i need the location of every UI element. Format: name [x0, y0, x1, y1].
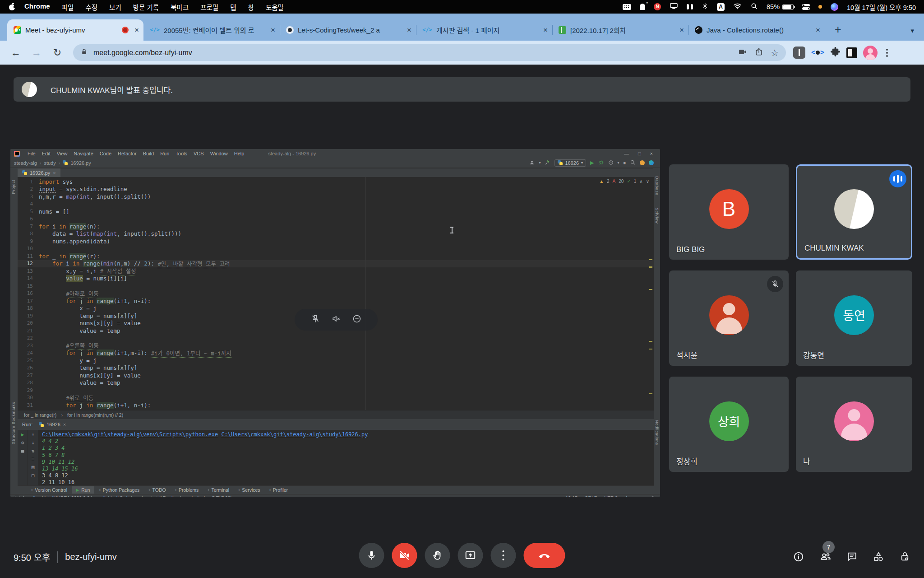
- console-path-link[interactable]: C:\Users\cmkxak\git\steady-alg\study\169…: [221, 431, 368, 438]
- tab-close-icon[interactable]: ×: [134, 26, 139, 34]
- input-source-icon[interactable]: A: [717, 3, 725, 11]
- stop-icon[interactable]: ■: [624, 161, 626, 165]
- end-call-button[interactable]: [524, 543, 565, 568]
- present-button[interactable]: [458, 543, 483, 568]
- ide-menu-code[interactable]: Code: [97, 151, 115, 156]
- tool-tab-python-packages[interactable]: Python Packages: [94, 486, 144, 494]
- camera-off-button[interactable]: [392, 543, 417, 568]
- site-lock-icon[interactable]: [80, 48, 88, 57]
- ide-menu-file[interactable]: File: [24, 151, 39, 156]
- menubar-item-6[interactable]: 프로필: [194, 2, 224, 12]
- tool-tab-problems[interactable]: Problems: [171, 486, 203, 494]
- run-icon[interactable]: ▶: [590, 160, 594, 166]
- ide-menu-window[interactable]: Window: [207, 151, 231, 156]
- n-badge-icon[interactable]: N: [654, 3, 661, 10]
- context-crumb-0[interactable]: for _ in range(r): [24, 412, 56, 418]
- airplay-icon[interactable]: [670, 2, 678, 12]
- more-options-button[interactable]: [491, 543, 516, 568]
- file-tab-16926[interactable]: 16926.py×: [18, 168, 60, 177]
- tab-close-icon[interactable]: ×: [679, 26, 684, 34]
- status-item[interactable]: CRLF: [585, 495, 597, 497]
- share-icon[interactable]: [754, 47, 763, 58]
- browser-tab-3[interactable]: </>게시판 검색 - 1 페이지×: [416, 19, 552, 41]
- menubar-item-0[interactable]: Chrome: [18, 2, 56, 12]
- toolwindow-sciview-label[interactable]: SciView: [655, 208, 659, 224]
- run-console[interactable]: ▶⚙■ ↑↓⇅≡▤▢ C:\Users\cmkxak\git\steady-al…: [18, 430, 654, 485]
- code-editor[interactable]: 1import sys2input = sys.stdin.readline3n…: [18, 177, 654, 410]
- update-icon[interactable]: [640, 160, 645, 165]
- ide-status-message[interactable]: Localized IntelliJ IDEA 2022.2.2 is avai…: [23, 494, 232, 497]
- readonly-lock-icon[interactable]: [651, 495, 656, 497]
- control-center-icon[interactable]: [802, 4, 810, 10]
- search-everywhere-icon[interactable]: [630, 159, 636, 166]
- tool-tab-profiler[interactable]: Profiler: [265, 486, 292, 494]
- chrome-menu-icon[interactable]: [883, 49, 891, 57]
- tab-close-icon[interactable]: ×: [407, 26, 411, 34]
- activities-button[interactable]: [873, 551, 884, 563]
- expand-chevron-icon[interactable]: ∨: [646, 179, 649, 184]
- menubar-datetime[interactable]: 10월 17일 (월) 오후 9:50: [847, 2, 916, 12]
- tool-tab-version-control[interactable]: Version Control: [27, 486, 72, 494]
- browser-tab-1[interactable]: </>20055번: 컨베이어 벨트 위의 로×: [143, 19, 280, 41]
- status-item[interactable]: 12:17: [566, 495, 578, 497]
- console-view-icon[interactable]: ▤: [32, 464, 35, 470]
- console-run-actions[interactable]: ▶⚙■: [18, 430, 28, 485]
- new-tab-button[interactable]: +: [835, 23, 841, 36]
- ide-menu-navigate[interactable]: Navigate: [70, 151, 96, 156]
- context-crumb-1[interactable]: for i in range(min(n,m) // 2): [67, 412, 123, 418]
- browser-tab-2[interactable]: Let-s-CodingTest/week_2 a×: [280, 19, 416, 41]
- console-action-icon[interactable]: ⚙: [21, 440, 24, 446]
- console-view-icon[interactable]: ↓: [32, 440, 35, 446]
- tab-close-icon[interactable]: ×: [271, 26, 275, 34]
- browser-tab-4[interactable]: [2022.10.17] 2회차×: [552, 19, 688, 41]
- spotlight-icon[interactable]: [750, 2, 758, 11]
- menubar-item-7[interactable]: 탭: [224, 2, 242, 12]
- participant-tile-1[interactable]: CHULMIN KWAK: [796, 164, 912, 260]
- meeting-details-button[interactable]: [793, 551, 804, 563]
- toolwindow-notifications-label[interactable]: Notifications: [655, 420, 659, 445]
- siri-icon[interactable]: [831, 3, 838, 11]
- toolwindow-database-label[interactable]: Database: [655, 176, 659, 196]
- status-item[interactable]: UTF-8: [604, 495, 618, 497]
- mic-button[interactable]: [359, 543, 384, 568]
- participant-tile-4[interactable]: 상희정상희: [669, 377, 789, 472]
- participant-tile-0[interactable]: BBIG BIG: [669, 164, 789, 260]
- camera-in-use-icon[interactable]: [738, 47, 747, 58]
- ide-menu-vcs[interactable]: VCS: [190, 151, 207, 156]
- menubar-item-5[interactable]: 북마크: [165, 2, 194, 12]
- apple-logo-icon[interactable]: [9, 3, 15, 10]
- console-path-link[interactable]: C:\Users\cmkxak\git\steady-alg\venv\Scri…: [42, 431, 218, 438]
- close-icon[interactable]: ×: [650, 151, 653, 156]
- console-output[interactable]: C:\Users\cmkxak\git\steady-alg\venv\Scri…: [38, 430, 654, 485]
- remove-tile-icon[interactable]: [352, 314, 362, 326]
- back-button[interactable]: ←: [6, 47, 25, 59]
- shared-screen-presentation[interactable]: FileEditViewNavigateCodeRefactorBuildRun…: [10, 149, 660, 497]
- omnibox[interactable]: meet.google.com/bez-ufyi-umv ☆: [73, 44, 786, 61]
- console-action-icon[interactable]: ■: [21, 448, 24, 454]
- console-action-icon[interactable]: ▶: [21, 432, 24, 438]
- toolwindow-toggle-icon[interactable]: [15, 496, 19, 497]
- host-controls-button[interactable]: [899, 551, 910, 562]
- tool-tab-services[interactable]: Services: [234, 486, 264, 494]
- collapse-chevron-icon[interactable]: ∧: [639, 179, 642, 184]
- profiler-icon[interactable]: [608, 160, 614, 166]
- status-item[interactable]: 4 spaces: [625, 495, 644, 497]
- toolwindow-project-label[interactable]: Project: [11, 180, 16, 194]
- console-view-icon[interactable]: ≡: [32, 456, 35, 462]
- vcs-user-icon[interactable]: [529, 160, 535, 166]
- airpods-icon[interactable]: [687, 4, 693, 10]
- bookmark-star-icon[interactable]: ☆: [771, 48, 779, 57]
- tab-close-icon[interactable]: ×: [543, 26, 548, 34]
- ide-menu-help[interactable]: Help: [231, 151, 248, 156]
- browser-tab-0[interactable]: Meet - bez-ufyi-umv×: [7, 19, 143, 41]
- reload-button[interactable]: ↻: [48, 47, 67, 59]
- maximize-icon[interactable]: □: [638, 151, 641, 156]
- extension-i-icon[interactable]: [793, 47, 805, 59]
- ide-menu-build[interactable]: Build: [140, 151, 157, 156]
- profile-avatar[interactable]: [863, 46, 878, 60]
- participant-tile-5[interactable]: 나: [796, 377, 912, 472]
- ide-menu-view[interactable]: View: [54, 151, 71, 156]
- github-extension-icon[interactable]: <>: [811, 47, 824, 59]
- presentation-hover-controls[interactable]: [295, 309, 378, 331]
- run-tab[interactable]: 16926×: [36, 421, 69, 428]
